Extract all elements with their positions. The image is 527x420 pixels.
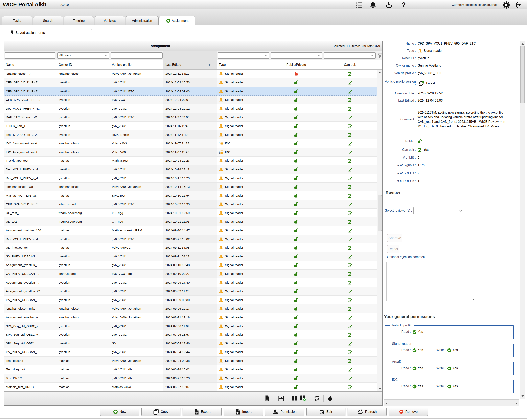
scroll-up-arrow[interactable] (521, 42, 524, 46)
edit-icon[interactable] (348, 280, 352, 285)
panel-vertical-scrollbar[interactable] (520, 41, 525, 399)
table-row[interactable]: jonathan.olsson_wsjonathan.olssonVolvo V… (4, 183, 377, 191)
tasks-checklist-icon[interactable] (355, 1, 363, 9)
column-header-3[interactable]: Last Edited (163, 60, 217, 69)
scroll-down-arrow[interactable] (379, 387, 381, 390)
column-header-4[interactable]: Type (217, 60, 270, 69)
table-row[interactable]: T30FR_Lab_1gvestlungv6_VCU12024-11-16 11… (4, 122, 377, 130)
edit-icon[interactable] (348, 228, 352, 232)
edit-icon[interactable] (348, 89, 352, 94)
table-row[interactable]: Mathias_VCF_LIN_testmathiasSPA2Test2024-… (4, 191, 377, 200)
table-row[interactable]: Assignment_gvestlun_22gvestlungv6_VCU120… (4, 287, 377, 296)
table-row[interactable]: Test_D_2_UD_db_3_2...gvestlunHMX_Bench20… (4, 130, 377, 139)
edit-icon[interactable] (348, 315, 352, 320)
permission-button[interactable]: Permission (265, 408, 304, 416)
table-row[interactable]: Assignment_jonathan.o...jonathan.olssonV… (4, 313, 377, 322)
table-row[interactable]: CFD_SPA_VCU1_PHE...gvestlungv6_VCU12024-… (4, 96, 377, 105)
edit-icon[interactable] (348, 133, 352, 137)
approve-button[interactable]: Approve (387, 234, 403, 242)
edit-icon[interactable] (348, 220, 352, 224)
table-row[interactable]: SPA_Seq_std_OBD2gvestlunGV2024-07-04 13:… (4, 339, 377, 348)
table-row[interactable]: Mathais_test_DRECmathiasMathias Volvo202… (4, 383, 377, 391)
filter-funnel-icon[interactable] (377, 53, 383, 59)
export-button[interactable]: Export (183, 408, 222, 416)
reload-grid-icon[interactable] (314, 396, 320, 402)
tab-search[interactable]: Search (33, 16, 63, 25)
column-header-5[interactable]: Public/Private (270, 60, 323, 69)
table-row[interactable]: UD_test_2fredrik.soderbergGTTrigg2024-10… (4, 209, 377, 217)
edit-icon[interactable] (348, 272, 352, 276)
reject-button[interactable]: Reject (387, 245, 399, 253)
table-row[interactable]: GV_PHEV_UDSCAN_...johan.strandgv6_VCU1_d… (4, 270, 377, 278)
edit-icon[interactable] (348, 150, 352, 154)
choose-columns-icon[interactable] (292, 396, 297, 402)
tab-assignment[interactable]: Assignment (159, 16, 195, 25)
table-row[interactable]: GV_PHEV_UDSCAN_...gvestlungv6_VCU12024-0… (4, 295, 377, 304)
table-row[interactable]: jonathan.olsson_7jonathan.olssonVolvo V6… (4, 70, 377, 78)
edit-icon[interactable] (348, 185, 352, 189)
tab-saved-assignments[interactable]: Saved assignments (7, 28, 92, 37)
edit-icon[interactable] (348, 237, 352, 241)
table-row[interactable]: UD_testfredrik.soderbergGTTrigg2024-10-0… (4, 217, 377, 226)
edit-icon[interactable] (348, 106, 352, 111)
filter-name-input[interactable] (5, 52, 55, 59)
grid-scrollbar-thumb[interactable] (378, 195, 382, 231)
filter-canedit-select[interactable] (324, 52, 375, 59)
edit-icon[interactable] (348, 193, 352, 198)
edit-icon[interactable] (348, 124, 352, 128)
table-row[interactable]: Dev_VCU1_PHEV_4_4...gvestlungv6_VCU12024… (4, 174, 377, 183)
edit-icon[interactable] (348, 115, 352, 119)
edit-icon[interactable] (348, 72, 352, 76)
scroll-up-arrow[interactable] (379, 71, 381, 74)
tab-timeline[interactable]: Timeline (64, 16, 94, 25)
table-row[interactable]: IDC_Assignment_jonat...jonathan.olssonVo… (4, 148, 377, 157)
scroll-down-arrow[interactable] (521, 394, 524, 398)
copy-button[interactable]: Copy (141, 408, 180, 416)
grid-vertical-scrollbar[interactable] (377, 70, 383, 391)
remove-button[interactable]: Remove (389, 408, 428, 416)
edit-icon[interactable] (348, 245, 352, 250)
table-row[interactable]: Assignment_gvestlun_...gvestlungv6_VCU12… (4, 261, 377, 270)
table-row[interactable]: GV_PHEV_UDSCAN_...gvestlungv6_VCU12024-0… (4, 348, 377, 357)
edit-icon[interactable] (348, 385, 352, 389)
notifications-bell-icon[interactable] (370, 1, 376, 9)
edit-icon[interactable] (348, 202, 352, 206)
table-row[interactable]: UDTimeCountermathiasVolvo V90 CC2024-09-… (4, 243, 377, 252)
resize-columns-icon[interactable] (278, 396, 284, 402)
edit-icon[interactable] (348, 367, 352, 372)
column-header-0[interactable]: Name (4, 60, 57, 69)
table-row[interactable]: Dev_VCU1_PHEV_4_4...gvestlungv6_VCU1_ETC… (4, 235, 377, 243)
edit-icon[interactable] (348, 350, 352, 354)
scroll-right-arrow[interactable] (516, 402, 517, 405)
table-row[interactable]: Tryckknapp_testmathiasMathiasTest2024-10… (4, 157, 377, 165)
rejection-comment-textarea[interactable] (386, 262, 474, 301)
panel-horizontal-scrollbar[interactable] (384, 399, 519, 406)
settings-gear-icon[interactable] (502, 1, 510, 10)
view-details-icon[interactable] (265, 395, 270, 402)
add-columns-icon[interactable] (300, 395, 306, 402)
edit-icon[interactable] (348, 80, 352, 84)
tab-tasks[interactable]: Tasks (2, 16, 32, 25)
column-header-6[interactable]: Can edit (323, 60, 377, 69)
column-header-2[interactable]: Vehicle profile (110, 60, 163, 69)
table-row[interactable]: IDC_Assignment_jonat...jonathan.olssonVo… (4, 139, 377, 148)
tab-vehicles[interactable]: Vehicles (95, 16, 125, 25)
table-row[interactable]: SPA_Seq_std_OBD2_v...gvestlungv6_VCU1202… (4, 330, 377, 339)
edit-icon[interactable] (348, 263, 352, 267)
edit-icon[interactable] (348, 298, 352, 302)
table-row[interactable]: Test_diag_doipmathiasgv6_VCU1_db2024-06-… (4, 365, 377, 374)
scroll-left-arrow[interactable] (386, 402, 388, 405)
table-row[interactable]: Assignment_gvestlun_...gvestlungv6_VCU12… (4, 278, 377, 287)
filter-type-select[interactable] (218, 52, 269, 59)
edit-icon[interactable] (348, 332, 352, 337)
table-row[interactable]: CFD_SPA_VCU1_PHE...johan.strandgv6_VCU1_… (4, 200, 377, 209)
edit-icon[interactable] (348, 376, 352, 380)
column-header-1[interactable]: Owner ID (57, 60, 110, 69)
edit-icon[interactable] (348, 176, 352, 180)
table-row[interactable]: GV_PHEV_UDSCAN_...gvestlungv6_VCU12024-0… (4, 252, 377, 261)
help-icon[interactable]: ? (402, 1, 406, 9)
logout-icon[interactable] (515, 1, 521, 9)
edit-icon[interactable] (348, 158, 352, 163)
edit-icon[interactable] (348, 341, 352, 346)
table-row[interactable]: Dev_VCU1_PHEV_4_4...gvestlungv6_VCU12024… (4, 105, 377, 113)
